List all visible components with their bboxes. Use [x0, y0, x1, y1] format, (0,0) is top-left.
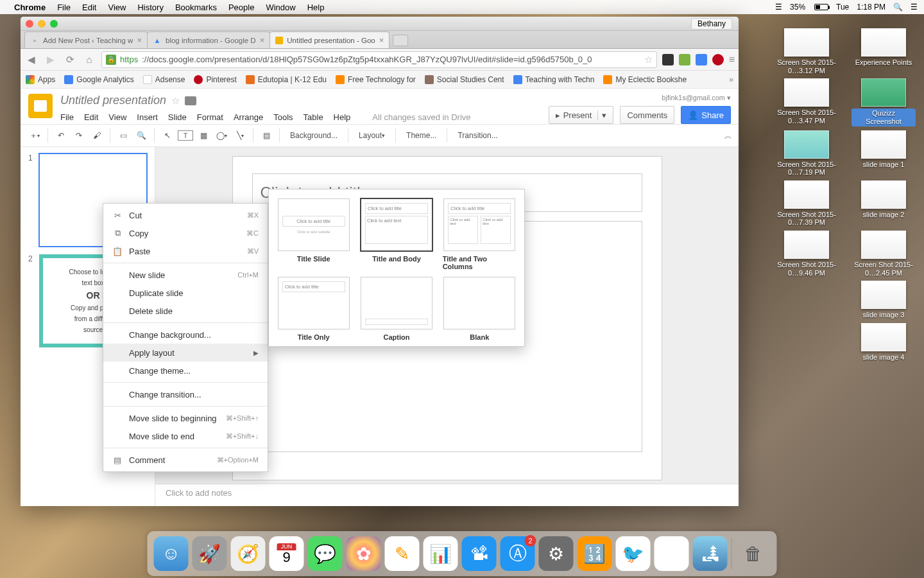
desktop-file[interactable]: Screen Shot 2015-0…7.19 PM	[771, 130, 842, 177]
desktop-file[interactable]: slide image 3	[848, 281, 919, 319]
apps-button[interactable]: Apps	[26, 75, 55, 84]
numbers-icon[interactable]: 📊	[424, 536, 458, 571]
menu-help[interactable]: Help	[334, 112, 351, 122]
spotlight-icon[interactable]: 🔍	[893, 3, 903, 12]
menu-tools[interactable]: Tools	[273, 112, 293, 122]
close-tab-icon[interactable]: ×	[379, 35, 384, 45]
bookmark-item[interactable]: Free Technology for	[336, 75, 416, 84]
menu-slide[interactable]: Slide	[168, 112, 187, 122]
present-dropdown-icon[interactable]: ▾	[597, 110, 606, 120]
layout-option-caption[interactable]: Caption	[359, 277, 433, 341]
bookmark-item[interactable]: Google Analytics	[64, 75, 133, 84]
desktop-file[interactable]: Screen Shot 2015-0…9.46 PM	[771, 231, 842, 277]
ctx-apply-layout[interactable]: Apply layout▶	[103, 344, 268, 362]
desktop-file[interactable]: slide image 2	[848, 180, 919, 227]
bookmark-item[interactable]: Adsense	[143, 75, 185, 84]
ctx-change-background[interactable]: Change background...	[103, 326, 268, 344]
messages-icon[interactable]: 💬	[308, 536, 343, 571]
menubar-item[interactable]: History	[137, 3, 163, 12]
browser-tab-active[interactable]: Untitled presentation - Goo ×	[270, 31, 389, 48]
forward-button[interactable]: ▶	[44, 53, 58, 67]
menubar-item[interactable]: Help	[307, 3, 325, 12]
menu-edit[interactable]: Edit	[84, 112, 98, 122]
menubar-item[interactable]: Edit	[82, 3, 96, 12]
layout-option-title-body[interactable]: Click to add titleClick to add text Titl…	[359, 198, 433, 270]
ctx-move-beginning[interactable]: Move slide to beginning⌘+Shift+↑	[103, 409, 268, 427]
account-email[interactable]: bjfink1s@gmail.com ▾	[662, 94, 731, 102]
extension-icon[interactable]	[696, 54, 707, 66]
star-icon[interactable]: ☆	[171, 95, 180, 107]
keynote-icon[interactable]: 📽	[462, 536, 497, 571]
safari-icon[interactable]: 🧭	[231, 536, 266, 571]
trash-icon[interactable]: 🗑	[736, 536, 771, 571]
layout-option-blank[interactable]: Blank	[443, 277, 517, 341]
ctx-change-transition[interactable]: Change transition...	[103, 385, 268, 403]
theme-button[interactable]: Theme...	[401, 127, 441, 144]
bookmark-item[interactable]: Edutopia | K-12 Edu	[246, 75, 327, 84]
menubar-app[interactable]: Chrome	[14, 3, 46, 12]
undo-button[interactable]: ↶	[53, 127, 69, 144]
new-tab-button[interactable]	[393, 35, 408, 46]
layout-option-title-only[interactable]: Click to add title Title Only	[277, 277, 350, 341]
expand-toolbar-icon[interactable]: ︽	[724, 130, 732, 141]
menubar-item[interactable]: People	[228, 3, 254, 12]
ctx-new-slide[interactable]: New slideCtrl+M	[103, 266, 268, 284]
paint-format-button[interactable]: 🖌	[89, 127, 105, 144]
desktop-file[interactable]: slide image 1	[848, 130, 919, 177]
ctx-paste[interactable]: 📋Paste⌘V	[103, 242, 268, 260]
close-tab-icon[interactable]: ×	[137, 35, 142, 45]
ctx-move-end[interactable]: Move slide to end⌘+Shift+↓	[103, 427, 268, 445]
bookmark-item[interactable]: Pinterest	[194, 75, 236, 84]
comments-button[interactable]: Comments	[620, 106, 674, 124]
close-window-button[interactable]	[26, 20, 33, 28]
image-button[interactable]: ▦	[196, 127, 211, 144]
new-slide-button[interactable]: ＋▾	[27, 127, 42, 144]
menu-format[interactable]: Format	[197, 112, 223, 122]
menu-view[interactable]: View	[108, 112, 126, 122]
folder-icon[interactable]	[185, 96, 196, 105]
reload-button[interactable]: ⟳	[63, 53, 77, 67]
zoom-fit-button[interactable]: ▭	[116, 127, 131, 144]
pages-icon[interactable]: ✎	[385, 536, 420, 571]
ctx-change-theme[interactable]: Change theme...	[103, 362, 268, 380]
minimize-window-button[interactable]	[38, 20, 46, 28]
layout-option-title-slide[interactable]: Click to add titleClick to add subtitle …	[277, 198, 350, 270]
close-tab-icon[interactable]: ×	[260, 35, 265, 45]
back-button[interactable]: ◀	[24, 53, 38, 67]
wifi-icon[interactable]: ☰	[775, 3, 782, 12]
notifications-icon[interactable]: ☰	[911, 3, 918, 12]
twitter-icon[interactable]: 🐦	[616, 536, 651, 571]
background-button[interactable]: Background...	[285, 127, 343, 144]
bookmark-item[interactable]: Social Studies Cent	[425, 75, 504, 84]
layout-button[interactable]: Layout ▾	[354, 127, 390, 144]
line-button[interactable]: ╲▾	[232, 127, 248, 144]
menu-file[interactable]: File	[60, 112, 74, 122]
settings-icon[interactable]: ⚙	[539, 536, 574, 571]
transition-button[interactable]: Transition...	[452, 127, 502, 144]
extension-icon[interactable]	[662, 54, 674, 66]
zoom-button[interactable]: 🔍	[133, 127, 149, 144]
select-tool-button[interactable]: ↖	[160, 127, 175, 144]
ctx-delete-slide[interactable]: Delete slide	[103, 302, 268, 320]
calculator-icon[interactable]: 🔢	[578, 536, 612, 571]
bookmark-item[interactable]: Teaching with Techn	[513, 75, 595, 84]
textbox-button[interactable]: T	[178, 130, 193, 141]
shape-button[interactable]: ◯▾	[214, 127, 230, 144]
chrome-icon[interactable]: ◉	[654, 536, 689, 571]
pinterest-icon[interactable]	[712, 54, 724, 66]
extension-icon[interactable]	[679, 54, 690, 66]
bookmark-item[interactable]: My Eclectic Bookshe	[603, 75, 687, 84]
photos-icon[interactable]: ✿	[346, 536, 381, 571]
appstore-icon[interactable]: Ⓐ2	[501, 536, 535, 571]
desktop-file[interactable]: Screen Shot 2015-0…7.39 PM	[771, 180, 842, 227]
layout-option-two-columns[interactable]: Click to add titleClick to add textClick…	[443, 198, 517, 270]
chrome-profile-button[interactable]: Bethany	[691, 18, 732, 30]
menubar-item[interactable]: View	[108, 3, 126, 12]
finder-icon[interactable]: ☺	[154, 536, 189, 571]
maximize-window-button[interactable]	[50, 20, 58, 28]
ctx-cut[interactable]: ✂Cut⌘X	[103, 206, 268, 224]
browser-tab[interactable]: ▫ Add New Post ‹ Teaching w ×	[24, 31, 148, 48]
share-button[interactable]: 👤Share	[681, 106, 731, 124]
calendar-icon[interactable]: JUN9	[270, 536, 304, 571]
desktop-file[interactable]: Screen Shot 2015-0…3.12 PM	[771, 28, 842, 74]
